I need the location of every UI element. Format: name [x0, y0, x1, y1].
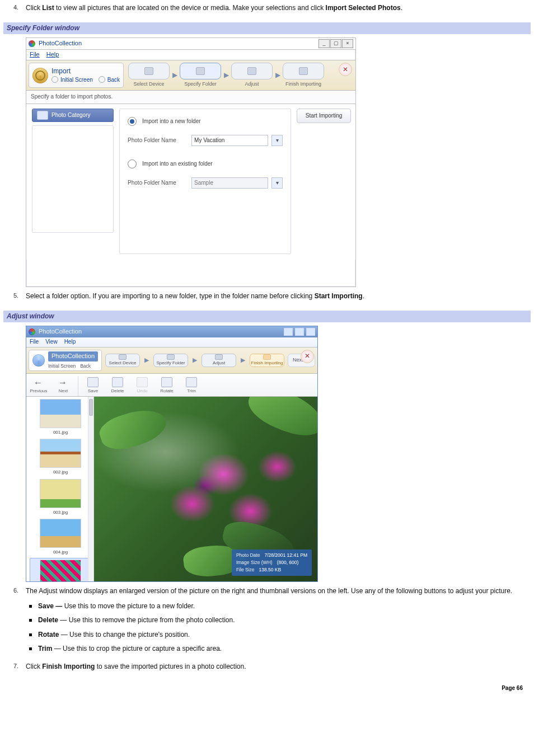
- close-button[interactable]: ×: [342, 39, 353, 48]
- subitem-save: Save — Use this to move the picture to a…: [26, 599, 531, 613]
- import-icon: [32, 68, 48, 83]
- app-logo-icon: [29, 328, 35, 335]
- thumb-item[interactable]: 004.jpg: [30, 518, 91, 557]
- import-stepper-bar: Import Initial Screen Back Select Device…: [26, 60, 355, 91]
- menu-help[interactable]: Help: [64, 338, 76, 346]
- maximize-button[interactable]: [295, 328, 304, 336]
- arrow-icon: ▶: [191, 356, 198, 365]
- folder-icon: [196, 67, 205, 75]
- existing-folder-picker-button[interactable]: ▾: [271, 177, 283, 189]
- close-button[interactable]: [306, 328, 315, 336]
- menu-bar: File View Help: [26, 337, 317, 348]
- instruction-7: 7. Click Finish Importing to save the im…: [3, 662, 531, 678]
- step-number: 5.: [13, 292, 18, 300]
- initial-screen-icon: [51, 76, 58, 83]
- titlebar[interactable]: PhotoCollection _ ▢ ×: [26, 38, 355, 50]
- tool-undo: Undo: [130, 376, 154, 396]
- back-icon: [99, 76, 105, 83]
- existing-folder-input: [191, 177, 268, 189]
- titlebar[interactable]: PhotoCollection: [26, 326, 317, 337]
- heading-adjust-window: Adjust window: [3, 311, 531, 322]
- subhint: Specify a folder to import photos.: [26, 91, 355, 104]
- step-finish-importing[interactable]: [283, 63, 324, 79]
- page-footer: Page 66: [3, 681, 531, 693]
- arrow-icon: ▶: [273, 71, 283, 80]
- tool-rotate[interactable]: Rotate: [154, 376, 179, 396]
- step-specify-folder[interactable]: [180, 63, 221, 79]
- start-importing-button[interactable]: Start Importing: [297, 109, 351, 123]
- tool-next[interactable]: →Next: [51, 377, 76, 396]
- step-select-device[interactable]: [128, 63, 170, 79]
- heading-specify-folder: Specify Folder window: [3, 22, 531, 34]
- folder-options-panel: Import into a new folder Photo Folder Na…: [119, 109, 291, 254]
- thumbnail-label: 003.jpg: [53, 509, 68, 516]
- step-specify-folder[interactable]: Specify Folder: [153, 354, 188, 367]
- instruction-text: Click Finish Importing to save the impor…: [26, 663, 246, 670]
- menu-file[interactable]: File: [30, 338, 39, 346]
- thumbnail-image: [40, 560, 81, 581]
- thumb-item[interactable]: 001.jpg: [30, 398, 91, 437]
- instruction-text: The Adjust window displays an enlarged v…: [26, 587, 512, 595]
- arrow-icon: ▶: [240, 356, 246, 365]
- folder-name-input[interactable]: [191, 135, 268, 146]
- step-select-device[interactable]: Select Device: [105, 354, 140, 367]
- step-finish-importing[interactable]: Finish Importing: [250, 354, 284, 367]
- device-icon: [144, 67, 153, 75]
- tool-delete[interactable]: Delete: [105, 376, 130, 396]
- delete-icon: [112, 377, 123, 387]
- tool-save[interactable]: Save: [81, 376, 105, 396]
- step-adjust[interactable]: Adjust: [202, 354, 236, 367]
- folder-name-label-2: Photo Folder Name: [128, 179, 188, 187]
- import-home-chip[interactable]: PhotoCollection Initial Screen Back: [29, 350, 102, 371]
- subitem-trim: Trim — Use this to crop the picture or c…: [26, 642, 531, 656]
- radio-new-folder-label: Import into a new folder: [142, 118, 201, 126]
- category-icon: [37, 111, 48, 120]
- specify-folder-window: PhotoCollection _ ▢ × File Help Import I…: [26, 37, 356, 287]
- trim-icon: [186, 377, 197, 387]
- tool-trim[interactable]: Trim: [179, 376, 204, 396]
- thumbnail-image: [40, 439, 81, 468]
- thumb-item[interactable]: 002.jpg: [30, 438, 91, 477]
- maximize-button[interactable]: ▢: [330, 39, 341, 48]
- thumb-item[interactable]: 003.jpg: [30, 478, 91, 517]
- instruction-4: 4. Click List to view all pictures that …: [3, 3, 531, 19]
- menu-file[interactable]: File: [30, 50, 40, 59]
- photo-category-header[interactable]: Photo Category: [32, 109, 114, 122]
- photo-viewer[interactable]: Photo Date7/28/2001 12:41 PM Image Size …: [94, 397, 317, 581]
- banner-title: PhotoCollection: [48, 351, 98, 361]
- thumb-item-selected[interactable]: 005.jpg: [30, 558, 91, 581]
- radio-new-folder[interactable]: [128, 117, 137, 126]
- arrow-icon: ▶: [143, 356, 150, 365]
- menu-help[interactable]: Help: [46, 50, 59, 59]
- import-home-chip[interactable]: Import Initial Screen Back: [29, 63, 124, 88]
- save-icon: [87, 377, 99, 387]
- import-icon: [32, 354, 45, 367]
- tool-previous[interactable]: ←Previous: [26, 377, 51, 396]
- step-number: 6.: [13, 586, 18, 595]
- thumbnail-strip[interactable]: 001.jpg 002.jpg 003.jpg 004.jpg 005.jpg: [26, 397, 94, 581]
- radio-existing-folder[interactable]: [128, 159, 137, 168]
- back-link[interactable]: Back: [80, 363, 91, 369]
- step-number: 4.: [13, 3, 18, 12]
- thumbnail-image: [40, 399, 81, 428]
- step-adjust[interactable]: [231, 63, 273, 79]
- scroll-thumb[interactable]: [89, 399, 93, 416]
- thumbnail-label: 001.jpg: [53, 429, 68, 436]
- undo-icon: [137, 377, 148, 387]
- folder-picker-button[interactable]: ▾: [271, 135, 283, 146]
- photo-category-list[interactable]: [32, 125, 114, 233]
- photo-category-panel: Photo Category: [32, 109, 114, 254]
- scrollbar[interactable]: [88, 397, 93, 581]
- minimize-button[interactable]: [284, 328, 293, 336]
- instruction-6: 6. The Adjust window displays an enlarge…: [3, 586, 531, 662]
- thumbnail-image: [40, 479, 81, 508]
- minimize-button[interactable]: _: [318, 39, 330, 48]
- close-importer-button[interactable]: ✕: [301, 350, 314, 363]
- initial-screen-link[interactable]: Initial Screen: [48, 363, 76, 369]
- back-link[interactable]: Back: [107, 77, 120, 83]
- finish-icon: [299, 67, 308, 75]
- menu-view[interactable]: View: [45, 338, 58, 346]
- radio-existing-folder-label: Import into an existing folder: [142, 160, 213, 168]
- initial-screen-link[interactable]: Initial Screen: [60, 77, 93, 83]
- rotate-icon: [161, 377, 172, 387]
